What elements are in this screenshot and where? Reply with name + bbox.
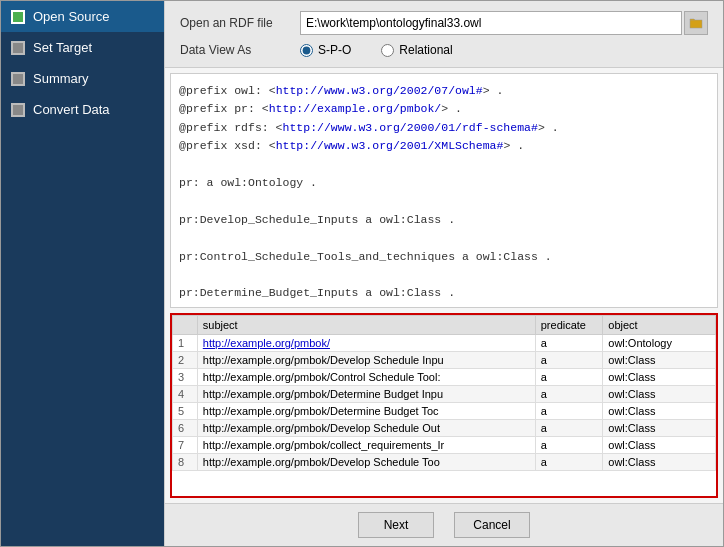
cell-predicate: a — [535, 454, 603, 471]
radio-relational-input[interactable] — [381, 44, 394, 57]
file-label: Open an RDF file — [180, 16, 300, 30]
col-header-subject: subject — [197, 316, 535, 335]
folder-icon — [689, 16, 703, 30]
text-section: @prefix owl: <http://www.w3.org/2002/07/… — [165, 68, 723, 503]
radio-spo-input[interactable] — [300, 44, 313, 57]
cell-subject: http://example.org/pmbok/Control Schedul… — [197, 369, 535, 386]
radio-spo-label: S-P-O — [318, 43, 351, 57]
rdf-line: @prefix xsd: <http://www.w3.org/2001/XML… — [179, 137, 709, 155]
table-row: 7http://example.org/pmbok/collect_requir… — [173, 437, 716, 454]
table-row: 5http://example.org/pmbok/Determine Budg… — [173, 403, 716, 420]
cell-predicate: a — [535, 335, 603, 352]
rdf-line: pr:Develop_Schedule_Inputs a owl:Class . — [179, 211, 709, 229]
sidebar-label-convert-data: Convert Data — [33, 102, 110, 117]
view-row: Data View As S-P-O Relational — [180, 43, 708, 57]
footer: Next Cancel — [165, 503, 723, 546]
rdf-line — [179, 266, 709, 284]
open-source-icon — [11, 10, 25, 24]
cell-num: 3 — [173, 369, 198, 386]
cell-subject: http://example.org/pmbok/Develop Schedul… — [197, 454, 535, 471]
cell-object: owl:Class — [603, 403, 716, 420]
convert-data-icon — [11, 103, 25, 117]
table-row: 6http://example.org/pmbok/Develop Schedu… — [173, 420, 716, 437]
table-row: 2http://example.org/pmbok/Develop Schedu… — [173, 352, 716, 369]
table-header-row: subject predicate object — [173, 316, 716, 335]
data-table: subject predicate object 1http://example… — [172, 315, 716, 471]
svg-rect-0 — [690, 20, 702, 28]
sidebar-item-convert-data[interactable]: Convert Data — [1, 94, 164, 125]
col-header-predicate: predicate — [535, 316, 603, 335]
cell-object: owl:Class — [603, 369, 716, 386]
radio-relational-label: Relational — [399, 43, 452, 57]
sidebar-item-set-target[interactable]: Set Target — [1, 32, 164, 63]
table-body: 1http://example.org/pmbok/aowl:Ontology2… — [173, 335, 716, 471]
sidebar-item-summary[interactable]: Summary — [1, 63, 164, 94]
main-content: Open an RDF file Data View As — [164, 1, 723, 546]
cell-object: owl:Class — [603, 437, 716, 454]
table-row: 8http://example.org/pmbok/Develop Schedu… — [173, 454, 716, 471]
table-scroll[interactable]: subject predicate object 1http://example… — [172, 315, 716, 496]
cell-predicate: a — [535, 437, 603, 454]
sidebar-label-summary: Summary — [33, 71, 89, 86]
cell-subject[interactable]: http://example.org/pmbok/ — [197, 335, 535, 352]
cell-predicate: a — [535, 420, 603, 437]
cell-object: owl:Class — [603, 386, 716, 403]
file-path-input[interactable] — [300, 11, 682, 35]
cell-num: 4 — [173, 386, 198, 403]
cell-num: 6 — [173, 420, 198, 437]
cancel-button[interactable]: Cancel — [454, 512, 530, 538]
cell-num: 2 — [173, 352, 198, 369]
cell-subject: http://example.org/pmbok/Determine Budge… — [197, 386, 535, 403]
rdf-line: pr:Control_Schedule_Tools_and_techniques… — [179, 248, 709, 266]
view-label: Data View As — [180, 43, 300, 57]
cell-object: owl:Class — [603, 454, 716, 471]
col-header-num — [173, 316, 198, 335]
cell-predicate: a — [535, 403, 603, 420]
sidebar-label-set-target: Set Target — [33, 40, 92, 55]
file-row: Open an RDF file — [180, 11, 708, 35]
rdf-text-area[interactable]: @prefix owl: <http://www.w3.org/2002/07/… — [170, 73, 718, 308]
table-row: 3http://example.org/pmbok/Control Schedu… — [173, 369, 716, 386]
cell-object: owl:Ontology — [603, 335, 716, 352]
summary-icon — [11, 72, 25, 86]
col-header-object: object — [603, 316, 716, 335]
table-row: 4http://example.org/pmbok/Determine Budg… — [173, 386, 716, 403]
cell-subject: http://example.org/pmbok/Develop Schedul… — [197, 420, 535, 437]
app-container: Open Source Set Target Summary Convert D… — [0, 0, 724, 547]
table-row: 1http://example.org/pmbok/aowl:Ontology — [173, 335, 716, 352]
sidebar: Open Source Set Target Summary Convert D… — [1, 1, 164, 546]
cell-predicate: a — [535, 369, 603, 386]
cell-object: owl:Class — [603, 352, 716, 369]
rdf-line — [179, 229, 709, 247]
rdf-line: @prefix owl: <http://www.w3.org/2002/07/… — [179, 82, 709, 100]
sidebar-label-open-source: Open Source — [33, 9, 110, 24]
file-input-group — [300, 11, 708, 35]
radio-spo[interactable]: S-P-O — [300, 43, 351, 57]
cell-subject: http://example.org/pmbok/Develop Schedul… — [197, 352, 535, 369]
top-form: Open an RDF file Data View As — [165, 1, 723, 68]
sidebar-item-open-source[interactable]: Open Source — [1, 1, 164, 32]
rdf-line: @prefix pr: <http://example.org/pmbok/> … — [179, 100, 709, 118]
cell-predicate: a — [535, 386, 603, 403]
radio-group: S-P-O Relational — [300, 43, 453, 57]
file-browse-button[interactable] — [684, 11, 708, 35]
cell-object: owl:Class — [603, 420, 716, 437]
set-target-icon — [11, 41, 25, 55]
rdf-line: pr:Determine_Budget_Inputs a owl:Class . — [179, 284, 709, 302]
cell-num: 5 — [173, 403, 198, 420]
cell-subject: http://example.org/pmbok/collect_require… — [197, 437, 535, 454]
rdf-line: @prefix rdfs: <http://www.w3.org/2000/01… — [179, 119, 709, 137]
cell-subject: http://example.org/pmbok/Determine Budge… — [197, 403, 535, 420]
next-button[interactable]: Next — [358, 512, 434, 538]
cell-num: 7 — [173, 437, 198, 454]
table-section: subject predicate object 1http://example… — [170, 313, 718, 498]
rdf-line: pr: a owl:Ontology . — [179, 174, 709, 192]
radio-relational[interactable]: Relational — [381, 43, 452, 57]
cell-predicate: a — [535, 352, 603, 369]
rdf-line — [179, 192, 709, 210]
cell-num: 1 — [173, 335, 198, 352]
rdf-line — [179, 156, 709, 174]
cell-num: 8 — [173, 454, 198, 471]
